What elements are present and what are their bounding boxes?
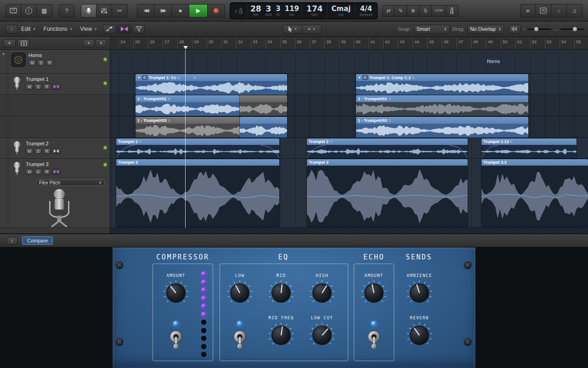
ruler-bar-42[interactable]: 42 (383, 38, 398, 49)
ruler-bar-52[interactable]: 52 (530, 38, 545, 49)
ruler-bar-35[interactable]: 35 (280, 38, 295, 49)
mute-button[interactable]: M (26, 84, 33, 90)
bar-value[interactable]: 28 (250, 5, 261, 13)
ruler-bar-29[interactable]: 29 (192, 38, 207, 49)
take-lane-header-1[interactable] (0, 116, 110, 138)
region-trumpet2-2[interactable]: Trumpet 2○ (307, 138, 468, 158)
ruler-bar-36[interactable]: 36 (295, 38, 310, 49)
sends-reverb-knob[interactable]: REVERB (399, 315, 440, 349)
smart-controls-button[interactable] (81, 4, 96, 17)
drag-dropdown[interactable]: No Overlap▲▼ (467, 25, 504, 34)
horns-region-label[interactable]: Horns (487, 59, 500, 64)
bar-ruler[interactable]: 2425262728293031323334353637383940414243… (110, 37, 588, 49)
ruler-bar-34[interactable]: 34 (266, 38, 280, 49)
ruler-bar-51[interactable]: 51 (515, 38, 530, 49)
echo-power-switch[interactable] (366, 329, 382, 351)
note-pads-button[interactable] (536, 4, 551, 17)
playhead-line[interactable] (185, 50, 186, 228)
ruler-bar-48[interactable]: 48 (471, 38, 486, 49)
take-lane-2[interactable]: 2 - Trumpet#01○ 2 - Trumpet#01○ (110, 95, 588, 116)
flex-toggle-button[interactable] (52, 148, 60, 154)
comp-disclosure-icon[interactable]: ▼ (358, 76, 361, 79)
region-trumpet3-2[interactable]: Trumpet 3 (307, 159, 468, 227)
take-region-1-comp1[interactable]: 1 - Trumpet#03○ (136, 117, 287, 138)
track-view-menu[interactable]: ▼ (96, 39, 107, 47)
eq-mid-knob[interactable]: MID (260, 273, 302, 306)
flex-toggle-button[interactable] (52, 169, 60, 175)
key-display[interactable]: Cmajkey (328, 3, 356, 19)
loop-browser-button[interactable]: ○ (551, 4, 567, 17)
ruler-bar-49[interactable]: 49 (486, 38, 501, 49)
eq-low-cut-knob[interactable]: LOW CUT (301, 315, 343, 349)
ruler-bar-44[interactable]: 44 (413, 38, 427, 49)
waveform-zoom-button[interactable] (509, 25, 520, 34)
ruler-bar-43[interactable]: 43 (398, 38, 413, 49)
lane-trumpet2[interactable]: Trumpet 2○ Trumpet 2○ (110, 138, 588, 159)
functions-menu[interactable]: Functions▼ (40, 22, 77, 36)
lane-horns[interactable]: Horns (110, 50, 588, 74)
ruler-bar-32[interactable]: 32 (236, 38, 251, 49)
solo-button[interactable]: S (34, 84, 42, 90)
record-enable-button[interactable]: R (43, 148, 51, 154)
eq-mid-freq-knob[interactable]: MID FREQ (260, 315, 302, 349)
back-button[interactable]: ↑ (6, 25, 17, 34)
record-enable-button[interactable]: R (43, 84, 51, 90)
solo-button[interactable]: S (37, 60, 45, 66)
editors-toggle-button[interactable]: ✂ (112, 4, 128, 17)
take-region-2-comp1[interactable]: 2 - Trumpet#01○ (136, 95, 287, 116)
ruler-bar-38[interactable]: 38 (324, 38, 339, 49)
track-sort-menu[interactable]: ▼ (83, 39, 94, 47)
flex-mode-dropdown[interactable]: Flex Pitch ▲▼ (36, 179, 105, 186)
count-in-button[interactable]: 1234 (432, 5, 446, 17)
lcd-mode-icon[interactable]: ♪ (230, 3, 248, 19)
compressor-amount-knob[interactable]: AMOUNT (155, 273, 197, 306)
ruler-bar-47[interactable]: 47 (457, 38, 471, 49)
duplicate-track-button[interactable] (17, 39, 30, 47)
view-menu[interactable]: View▼ (77, 22, 102, 36)
ruler-bar-40[interactable]: 40 (354, 38, 368, 49)
take-lane-1[interactable]: 1 - Trumpet#03○ 1 - Trumpet#03○ (110, 116, 588, 138)
ruler-bar-41[interactable]: 41 (368, 38, 383, 49)
take-lane-header-2[interactable] (0, 95, 110, 116)
eq-low-knob[interactable]: LOW (219, 273, 260, 306)
region-trumpet3-1[interactable]: Trumpet 3 (116, 159, 279, 227)
mute-button[interactable]: M (26, 169, 33, 175)
flex-toggle-button[interactable] (52, 84, 60, 90)
take-region-1-comp2[interactable]: 1 - Trumpet#03○ (356, 117, 528, 138)
playhead-marker[interactable] (183, 46, 188, 49)
solo-button[interactable]: S (34, 169, 42, 175)
ruler-bar-31[interactable]: 31 (221, 38, 236, 49)
flex-button[interactable] (118, 25, 131, 34)
vertical-zoom-slider[interactable]: ↕ (523, 27, 551, 32)
beat-value[interactable]: 3 (266, 5, 271, 13)
mute-button[interactable]: M (26, 148, 33, 154)
plugin-info-button[interactable]: i (6, 237, 17, 245)
tempo-display[interactable]: 174bpm (302, 3, 328, 19)
left-click-tool-menu[interactable]: ▼ (283, 25, 302, 34)
eq-power-switch[interactable] (232, 329, 248, 351)
horizontal-zoom-slider[interactable]: ↔ (554, 27, 584, 32)
track-header-trumpet2[interactable]: Trumpet 2 M S R (0, 138, 110, 159)
ruler-bar-46[interactable]: 46 (442, 38, 457, 49)
rewind-button[interactable]: ◀◀ (137, 4, 154, 17)
comp-disclosure-icon[interactable]: ▼ (137, 76, 141, 79)
track-header-horns[interactable]: ▼ Horns M S R (0, 50, 110, 74)
ruler-bar-27[interactable]: 27 (163, 38, 177, 49)
autopunch-button[interactable]: ✎ (395, 5, 407, 17)
mixer-button[interactable] (96, 4, 112, 17)
disclosure-triangle-icon[interactable]: ▼ (2, 52, 5, 56)
compare-button[interactable]: Compare (22, 236, 53, 245)
lane-trumpet3[interactable]: Trumpet 3 Trumpet 3 Trumpet 3.3 (110, 159, 588, 228)
record-button[interactable] (208, 4, 225, 17)
metronome-button[interactable] (446, 5, 458, 17)
quick-help-button[interactable]: ? (59, 4, 74, 17)
lcd-display[interactable]: ♪ 28bar 3beat 3div 119tick 174bpm Cmajke… (230, 2, 378, 19)
ruler-bar-26[interactable]: 26 (148, 38, 163, 49)
ruler-bar-50[interactable]: 50 (501, 38, 515, 49)
solo-mode-button[interactable]: S (419, 5, 432, 17)
record-enable-button[interactable]: R (43, 169, 51, 175)
ruler-bar-33[interactable]: 33 (251, 38, 266, 49)
track-header-trumpet3[interactable]: Trumpet 3 M S R Flex P (0, 159, 110, 228)
play-button[interactable]: ▶ (189, 4, 208, 17)
region-trumpet1-comp-2[interactable]: ▼ C Trumpet 1: Comp C.2 ○ (356, 74, 528, 95)
